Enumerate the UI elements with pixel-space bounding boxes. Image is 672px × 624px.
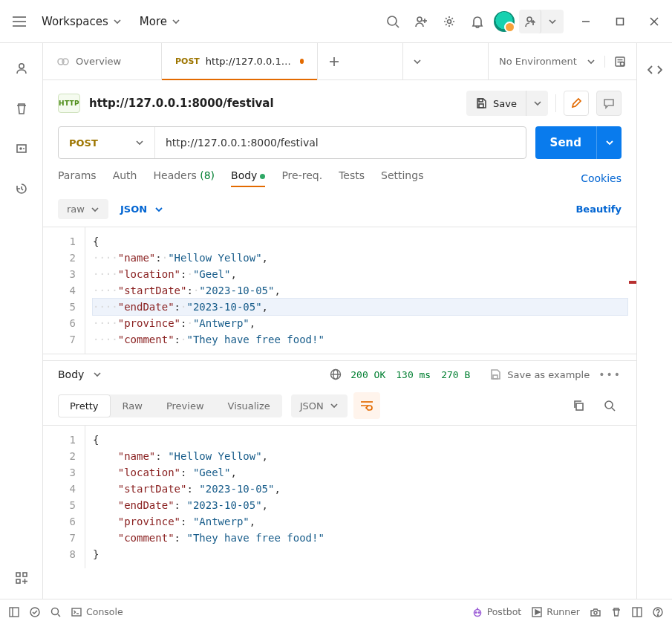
cookies-link[interactable]: Cookies — [581, 172, 622, 184]
save-button[interactable]: Save — [466, 91, 548, 116]
code-panel-icon[interactable] — [643, 58, 667, 82]
chevron-down-icon — [135, 138, 144, 147]
save-label: Save — [493, 98, 517, 109]
globe-icon[interactable] — [330, 368, 342, 380]
view-visualize[interactable]: Visualize — [216, 394, 282, 417]
svg-point-50 — [475, 611, 477, 613]
copy-response-button[interactable] — [567, 394, 590, 417]
search-response-button[interactable] — [598, 394, 622, 417]
view-preview[interactable]: Preview — [154, 394, 216, 417]
chevron-down-icon — [113, 17, 122, 26]
tab-menu-caret[interactable] — [402, 43, 432, 79]
send-button[interactable]: Send — [535, 126, 622, 159]
body-format-select[interactable]: JSON — [120, 204, 163, 215]
two-pane-icon[interactable] — [632, 607, 642, 617]
svg-point-9 — [527, 17, 532, 22]
request-title[interactable]: http://127.0.0.1:8000/festival — [89, 97, 274, 110]
history-icon[interactable] — [10, 177, 33, 201]
postbot-icon — [472, 607, 483, 617]
response-section-label[interactable]: Body — [58, 368, 84, 380]
svg-rect-36 — [493, 375, 498, 379]
environment-caret[interactable] — [587, 57, 596, 66]
invite-icon[interactable] — [409, 10, 433, 33]
avatar[interactable] — [494, 11, 515, 32]
save-as-example-button[interactable]: Save as example — [489, 368, 590, 380]
tab-settings[interactable]: Settings — [381, 169, 423, 187]
upgrade-caret[interactable] — [541, 10, 564, 33]
chevron-down-icon[interactable] — [93, 370, 102, 379]
monitor-icon[interactable] — [10, 137, 33, 160]
response-body-viewer[interactable]: 12345678{ "name": "Hellow Yellow", "loca… — [43, 425, 636, 568]
body-indicator-icon — [260, 174, 265, 179]
svg-line-40 — [612, 408, 615, 411]
save-caret[interactable] — [526, 91, 548, 116]
environment-details-icon[interactable] — [604, 56, 626, 68]
capture-icon[interactable] — [590, 607, 601, 617]
find-icon[interactable] — [50, 607, 61, 617]
tab-body[interactable]: Body — [231, 169, 265, 187]
workspaces-menu[interactable]: Workspaces — [34, 10, 129, 33]
upgrade-group[interactable] — [519, 10, 564, 33]
hamburger-icon[interactable] — [7, 10, 31, 33]
beautify-button[interactable]: Beautify — [575, 204, 622, 215]
comments-button[interactable] — [596, 91, 622, 116]
svg-line-45 — [58, 614, 60, 617]
svg-rect-31 — [479, 99, 483, 102]
edit-button[interactable] — [564, 91, 589, 116]
method-label: POST — [69, 137, 98, 149]
view-raw[interactable]: Raw — [111, 394, 154, 417]
search-icon[interactable] — [381, 10, 405, 33]
svg-rect-18 — [16, 573, 20, 576]
method-select[interactable]: POST — [59, 127, 155, 158]
notifications-icon[interactable] — [466, 10, 489, 33]
more-options-icon[interactable]: ••• — [598, 368, 622, 380]
http-badge: HTTP — [58, 94, 80, 113]
window-minimize[interactable] — [575, 14, 596, 29]
more-label: More — [140, 15, 167, 28]
tab-tests[interactable]: Tests — [339, 169, 365, 187]
body-type-select[interactable]: raw — [58, 199, 108, 219]
svg-rect-46 — [72, 608, 81, 616]
runner-button[interactable]: Runner — [532, 606, 580, 617]
tab-request[interactable]: POST http://127.0.0.1:8000/fe — [162, 43, 318, 79]
help-icon[interactable] — [653, 607, 663, 617]
panel-toggle-icon[interactable] — [9, 607, 19, 617]
account-icon[interactable] — [10, 56, 33, 80]
postbot-button[interactable]: Postbot — [472, 606, 522, 617]
response-size: 270 B — [441, 369, 470, 380]
more-menu[interactable]: More — [132, 10, 188, 33]
wrap-lines-button[interactable] — [353, 392, 380, 419]
settings-icon[interactable] — [437, 10, 461, 33]
tab-headers[interactable]: Headers (8) — [153, 169, 215, 187]
window-close[interactable] — [644, 14, 665, 29]
svg-point-14 — [19, 64, 23, 68]
tab-params[interactable]: Params — [58, 169, 97, 187]
svg-point-51 — [478, 611, 480, 613]
upgrade-icon[interactable] — [519, 10, 541, 33]
tab-overview[interactable]: Overview — [43, 43, 162, 79]
environment-label[interactable]: No Environment — [499, 56, 577, 67]
new-tab-button[interactable] — [322, 50, 346, 74]
window-maximize[interactable] — [610, 14, 630, 29]
response-meta: 200 OK 130 ms 270 B — [350, 369, 470, 380]
send-caret[interactable] — [596, 126, 622, 159]
view-pretty[interactable]: Pretty — [58, 394, 111, 417]
svg-point-5 — [417, 17, 422, 22]
add-block-icon[interactable] — [10, 566, 33, 590]
console-button[interactable]: Console — [71, 606, 123, 617]
svg-rect-38 — [576, 403, 583, 410]
trash-status-icon[interactable] — [611, 607, 622, 617]
svg-point-8 — [448, 19, 451, 23]
request-body-editor[interactable]: 1234567{ ····"name":·"Hellow Yellow", ··… — [43, 227, 636, 354]
sync-status-icon[interactable] — [30, 607, 40, 617]
send-label: Send — [550, 136, 581, 149]
response-format-select[interactable]: JSON — [291, 394, 348, 417]
wrap-icon — [360, 400, 373, 411]
svg-rect-32 — [479, 104, 483, 108]
save-icon — [489, 368, 501, 380]
tab-title: http://127.0.0.1:8000/fe — [206, 56, 294, 67]
trash-icon[interactable] — [10, 97, 33, 120]
tab-prereq[interactable]: Pre-req. — [281, 169, 322, 187]
tab-auth[interactable]: Auth — [113, 169, 137, 187]
url-input[interactable]: http://127.0.0.1:8000/festival — [155, 127, 526, 158]
